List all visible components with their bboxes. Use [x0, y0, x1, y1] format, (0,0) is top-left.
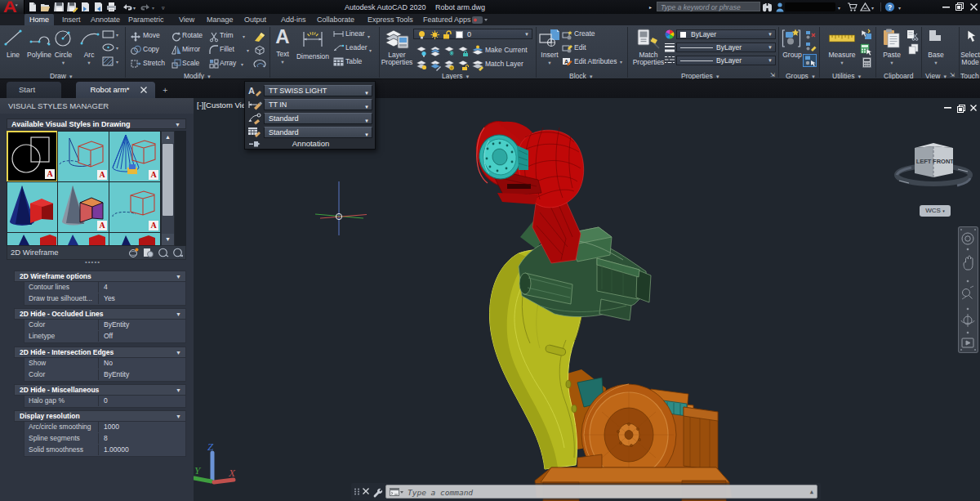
- tab-options-icon[interactable]: [472, 16, 488, 24]
- tab-insert[interactable]: Insert: [57, 14, 86, 25]
- scale-button[interactable]: Scale: [182, 59, 199, 67]
- search-input[interactable]: Type a keyword or phrase: [657, 2, 760, 11]
- select-mode-icon[interactable]: [963, 29, 978, 50]
- color-wheel-icon[interactable]: [665, 29, 675, 39]
- draw-panel-label[interactable]: Draw▼: [50, 72, 74, 79]
- plot-icon[interactable]: [106, 2, 117, 12]
- style-thumb-2d-wireframe[interactable]: A: [7, 131, 58, 182]
- style-thumb-row3[interactable]: [57, 232, 109, 246]
- prop-contour-lines[interactable]: Contour lines4: [24, 282, 186, 294]
- linear-icon[interactable]: [333, 30, 344, 38]
- circle-icon[interactable]: [54, 29, 74, 47]
- linear-dropdown[interactable]: ▾: [368, 34, 370, 39]
- tab-manage[interactable]: Manage: [202, 14, 238, 25]
- help-icon[interactable]: ?: [884, 2, 895, 12]
- paste-icon[interactable]: [883, 29, 901, 49]
- ungroup-icon[interactable]: [805, 30, 817, 39]
- section-display-resolution[interactable]: Display resolution▼: [14, 410, 186, 422]
- stretch-button[interactable]: Stretch: [143, 59, 165, 67]
- clipboard-panel-label[interactable]: Clipboard: [884, 72, 913, 79]
- redo-dropdown[interactable]: ▾: [152, 5, 154, 11]
- quick-select-icon[interactable]: [861, 29, 872, 40]
- file-tab-close-icon[interactable]: [140, 87, 147, 93]
- array-button[interactable]: Array: [220, 59, 236, 67]
- prop-intersection-show[interactable]: ShowNo: [24, 358, 186, 370]
- command-bar-grip[interactable]: [354, 488, 360, 495]
- leader-icon[interactable]: [333, 43, 344, 51]
- block-create-icon[interactable]: [562, 30, 572, 39]
- viewport-close-icon[interactable]: [970, 105, 977, 111]
- multileader-style-combo[interactable]: Standard▼: [264, 113, 372, 124]
- fillet-icon[interactable]: [209, 45, 219, 55]
- file-tab-start[interactable]: Start: [7, 82, 61, 98]
- rotate-icon[interactable]: [172, 32, 181, 42]
- insert-icon[interactable]: [539, 29, 560, 48]
- command-input[interactable]: Type a command ▲: [385, 485, 817, 499]
- window-minimize-button[interactable]: [942, 7, 950, 8]
- dimension-icon[interactable]: [302, 30, 323, 48]
- leader-button[interactable]: Leader: [345, 43, 367, 51]
- qat-customize-dropdown[interactable]: ▿: [162, 5, 165, 11]
- array-icon[interactable]: [209, 59, 219, 69]
- viewcube-front-face[interactable]: FRONT: [933, 158, 954, 165]
- search-expand-arrow[interactable]: ▸: [649, 4, 652, 10]
- group-button[interactable]: Group: [781, 51, 804, 59]
- style-thumb-hidden2[interactable]: A: [109, 181, 161, 233]
- linetype-icon[interactable]: [665, 56, 675, 65]
- table-button[interactable]: Table: [345, 57, 362, 65]
- prop-draw-true-silhouettes[interactable]: Draw true silhouett...Yes: [24, 293, 186, 306]
- tab-add-ins[interactable]: Add-ins: [276, 14, 311, 25]
- style-thumb-wireframe[interactable]: A: [57, 131, 109, 182]
- select-mode-button[interactable]: Select Mode: [959, 51, 980, 66]
- group-icon[interactable]: [782, 29, 803, 49]
- app-menu-button[interactable]: [0, 0, 24, 14]
- measure-button[interactable]: Measure▼: [826, 51, 858, 67]
- export-style-icon[interactable]: [158, 248, 169, 257]
- tab-home[interactable]: Home: [24, 14, 54, 25]
- lineweight-combo[interactable]: ByLayer ▼: [676, 42, 776, 52]
- account-dropdown[interactable]: ▾: [871, 5, 874, 11]
- layer-isolate-icon[interactable]: [430, 46, 441, 56]
- save-icon[interactable]: [54, 2, 65, 12]
- explode-icon[interactable]: [254, 45, 265, 55]
- section-intersection-edges[interactable]: 2D Hide - Intersection Edges▼: [14, 347, 186, 358]
- line-icon[interactable]: [4, 29, 23, 46]
- move-icon[interactable]: [131, 32, 140, 42]
- text-style-icon[interactable]: A: [247, 85, 262, 96]
- arc-button[interactable]: Arc▼: [78, 51, 100, 67]
- tab-annotate[interactable]: Annotate: [86, 14, 125, 25]
- prop-solid-smoothness[interactable]: Solid smoothness1.00000: [24, 445, 186, 457]
- offset-icon[interactable]: [254, 59, 265, 69]
- leader-dropdown[interactable]: ▾: [369, 47, 372, 53]
- tab-parametric[interactable]: Parametric: [123, 14, 169, 25]
- touch-panel-label[interactable]: Touch: [960, 72, 979, 79]
- prop-occluded-color[interactable]: ColorByEntity: [24, 320, 186, 332]
- viewcube[interactable]: LEFT FRONT: [897, 143, 970, 186]
- copy-button[interactable]: Copy: [143, 45, 159, 53]
- tab-view[interactable]: View: [174, 14, 199, 25]
- undo-icon[interactable]: [122, 2, 132, 12]
- ellipse-dropdown[interactable]: ▾: [116, 45, 118, 51]
- style-thumb-row3[interactable]: [7, 232, 58, 246]
- trim-button[interactable]: Trim: [220, 31, 234, 39]
- save-web-icon[interactable]: [93, 2, 104, 12]
- save-as-icon[interactable]: [67, 2, 78, 12]
- style-thumb-row3[interactable]: [109, 232, 161, 246]
- make-current-icon[interactable]: [471, 45, 483, 56]
- palette-resize-grip[interactable]: •••••: [85, 261, 109, 265]
- window-close-button[interactable]: [970, 3, 978, 11]
- viewport-restore-icon[interactable]: [957, 105, 965, 113]
- app-store-cart-icon[interactable]: [847, 2, 858, 12]
- command-prompt-icon[interactable]: [390, 488, 403, 497]
- wcs-button[interactable]: WCS ▾: [920, 205, 951, 217]
- robot-arm-model[interactable]: Z Y X LEFT FRONT: [194, 98, 980, 501]
- move-button[interactable]: Move: [143, 31, 160, 39]
- measure-icon[interactable]: [829, 34, 855, 42]
- base-view-icon[interactable]: [929, 29, 942, 42]
- copy-icon[interactable]: [131, 46, 141, 55]
- dimension-style-combo[interactable]: TT IN▼: [264, 99, 372, 110]
- tab-output[interactable]: Output: [239, 14, 271, 25]
- viewcube-left-face[interactable]: LEFT: [916, 158, 932, 165]
- command-customize-wrench-icon[interactable]: [372, 487, 382, 497]
- open-web-icon[interactable]: [80, 2, 91, 12]
